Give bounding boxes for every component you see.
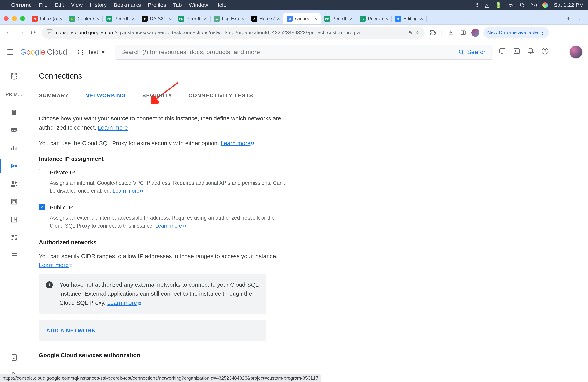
svg-point-3 [532,4,533,5]
menu-bookmarks[interactable]: Bookmarks [114,2,141,8]
profile-avatar[interactable] [471,29,480,37]
menu-window[interactable]: Window [189,2,208,8]
tab-close-icon[interactable]: × [420,16,423,22]
learn-more-link[interactable]: Learn more⧉ [39,262,73,268]
rail-connections-icon[interactable] [0,158,28,174]
rail-backups-icon[interactable] [0,211,28,228]
gcp-logo[interactable]: Google Cloud [20,48,67,56]
cloud-shell-icon[interactable] [513,47,520,57]
project-picker[interactable]: ⁝⋮ test ▾ [73,45,109,59]
nav-menu-icon[interactable]: ☰ [5,47,15,57]
menu-clock[interactable]: Sat 1:22 PM [554,2,584,8]
rail-databases-icon[interactable] [0,193,28,210]
extensions-icon[interactable] [429,28,437,37]
control-center-icon[interactable] [531,3,537,7]
browser-tab[interactable]: 𝕏Home /× [248,13,284,24]
maximize-window-icon[interactable] [20,16,25,21]
browser-tab[interactable]: PDPeerdb× [321,13,356,24]
public-ip-checkbox[interactable]: ✓ [39,204,45,211]
browser-tab[interactable]: ⊞sai-peer× [283,13,321,24]
tab-close-icon[interactable]: × [168,16,171,22]
tab-favicon: M [32,16,38,21]
svg-rect-10 [514,49,520,53]
learn-more-link[interactable]: Learn more⧉ [107,299,141,306]
learn-more-link[interactable]: Learn more⧉ [98,124,132,131]
bookmark-icon[interactable]: ☆ [416,30,420,36]
browser-tab[interactable]: MInbox (5× [28,13,66,24]
status-icon[interactable]: ◬ [485,2,489,8]
search-input[interactable] [115,48,452,56]
rail-primary[interactable]: PRIM… [0,86,28,103]
rail-overview-icon[interactable] [0,104,28,121]
browser-tab[interactable]: PDPeerdb× [356,13,392,24]
downloads-icon[interactable] [446,28,455,37]
browser-tab[interactable]: ◆DAIS24× [138,13,175,24]
learn-more-link[interactable]: Learn more⧉ [221,140,254,146]
side-panel-icon[interactable] [459,28,467,37]
rail-operations-icon[interactable] [0,247,28,264]
tab-close-icon[interactable]: × [350,16,353,22]
info-callout: i You have not authorized any external n… [39,274,266,314]
tab-close-icon[interactable]: × [277,16,280,22]
tab-favicon: ☁ [214,16,220,21]
search-button[interactable]: Search [452,45,493,59]
learn-more-link[interactable]: Learn more⧉ [155,223,186,229]
minimize-window-icon[interactable] [12,16,17,21]
tab-close-icon[interactable]: × [204,16,207,22]
menu-view[interactable]: View [71,2,83,8]
tab-summary[interactable]: SUMMARY [39,88,69,103]
tab-close-icon[interactable]: × [242,16,244,22]
rail-sql-icon[interactable] [0,68,28,85]
tab-security[interactable]: SECURITY [142,88,172,103]
menu-file[interactable]: File [39,2,48,8]
notifications-icon[interactable] [527,48,534,56]
authorized-networks-heading: Authorized networks [39,238,288,247]
tab-connectivity-tests[interactable]: CONNECTIVITY TESTS [189,88,253,103]
back-button[interactable]: ← [4,28,13,37]
tab-close-icon[interactable]: × [96,16,99,22]
rail-release-notes-icon[interactable] [0,349,28,366]
menu-tab[interactable]: Tab [173,2,182,8]
rail-query-icon[interactable] [0,122,28,138]
rail-replicas-icon[interactable] [0,229,28,246]
external-link-icon: ⧉ [69,262,73,269]
browser-tab[interactable]: 🐸Confere× [66,13,103,24]
browser-tab[interactable]: PDPeerdb× [175,13,210,24]
cloud-shell-chat-icon[interactable] [499,47,506,57]
browser-tab[interactable]: ◆Editing× [392,13,426,24]
tab-close-icon[interactable]: × [385,16,388,22]
rail-insights-icon[interactable] [0,140,28,156]
status-icon[interactable]: ⠿ [475,2,479,8]
wifi-icon[interactable] [507,3,514,7]
browser-tab[interactable]: ☁Log Exp× [210,13,248,24]
zoom-icon[interactable]: ⊕ [408,30,412,36]
rail-users-icon[interactable] [0,175,28,192]
private-ip-checkbox[interactable] [39,169,45,175]
tab-close-icon[interactable]: × [59,16,62,22]
menu-history[interactable]: History [90,2,106,8]
siri-icon[interactable] [543,2,548,8]
close-window-icon[interactable] [4,16,9,21]
menu-help[interactable]: Help [215,2,227,8]
new-tab-button[interactable]: + [564,13,573,24]
tabs-dropdown-icon[interactable]: ⌄ [573,15,586,24]
learn-more-link[interactable]: Learn more⧉ [113,188,143,194]
account-avatar[interactable] [569,45,583,59]
browser-tab[interactable]: PDPeerdb× [103,13,138,24]
tab-close-icon[interactable]: × [314,16,317,22]
site-info-icon[interactable]: ⊟ [46,29,53,36]
battery-icon[interactable]: 🔋 [495,2,502,8]
add-network-button[interactable]: ADD A NETWORK [39,320,266,341]
help-icon[interactable] [541,47,549,57]
forward-button[interactable]: → [17,28,25,37]
menu-profiles[interactable]: Profiles [148,2,166,8]
address-bar[interactable]: ⊟ console.cloud.google.com/sql/instances… [42,27,425,39]
tab-networking[interactable]: NETWORKING [85,88,126,103]
reload-button[interactable]: ⟳ [29,28,38,37]
more-icon[interactable]: ⋮ [556,48,562,56]
tab-close-icon[interactable]: × [132,16,135,22]
chrome-update-button[interactable]: New Chrome available⋮ [483,27,549,38]
spotlight-icon[interactable] [520,2,525,8]
menu-app[interactable]: Chrome [11,2,32,8]
menu-edit[interactable]: Edit [55,2,64,8]
